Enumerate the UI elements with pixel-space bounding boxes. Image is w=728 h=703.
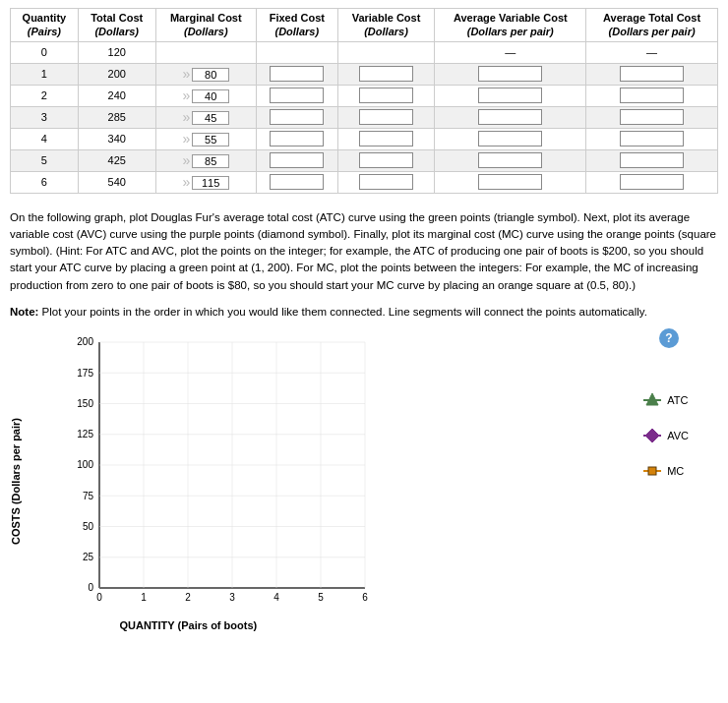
cell-atc-6[interactable] (586, 171, 718, 193)
cell-avc-1[interactable] (435, 63, 586, 85)
cell-qty-2: 2 (11, 85, 79, 106)
atc-label: ATC (667, 394, 688, 406)
input-fc-6[interactable] (270, 174, 324, 190)
mc-label: MC (667, 465, 684, 477)
svg-text:25: 25 (83, 552, 94, 562)
input-avc-3[interactable] (478, 109, 542, 125)
col-header-avc: Average Variable Cost(Dollars per pair) (435, 9, 586, 42)
y-axis-label: COSTS (Dollars per pair) (10, 344, 24, 619)
cell-tc-5: 425 (78, 149, 155, 171)
col-header-vc: Variable Cost(Dollars) (337, 9, 435, 42)
input-avc-6[interactable] (478, 174, 542, 190)
chart-svg[interactable]: 0 25 50 75 100 125 150 175 200 (26, 332, 390, 617)
input-fc-2[interactable] (270, 88, 324, 103)
question-icon[interactable]: ? (659, 328, 679, 348)
input-vc-4[interactable] (359, 131, 413, 146)
cell-fc-1[interactable] (256, 63, 337, 85)
input-vc-1[interactable] (359, 66, 413, 82)
cell-vc-3[interactable] (337, 106, 435, 128)
cell-mc-6: »115 (155, 171, 256, 193)
col-header-atc: Average Total Cost(Dollars per pair) (586, 9, 718, 42)
input-vc-6[interactable] (359, 174, 413, 190)
cell-avc-3[interactable] (435, 106, 586, 128)
svg-text:0: 0 (97, 592, 103, 603)
input-atc-1[interactable] (620, 66, 684, 82)
input-vc-5[interactable] (359, 152, 413, 168)
cell-atc-0[interactable]: — (586, 41, 718, 63)
mc-symbol (641, 462, 663, 480)
cell-fc-0[interactable] (256, 41, 337, 63)
cell-fc-4[interactable] (256, 128, 337, 149)
input-avc-1[interactable] (478, 66, 542, 82)
atc-symbol (641, 391, 663, 409)
cell-qty-3: 3 (11, 106, 79, 128)
cell-atc-5[interactable] (586, 149, 718, 171)
cell-vc-0[interactable] (337, 41, 435, 63)
cell-vc-6[interactable] (337, 171, 435, 193)
cell-atc-1[interactable] (586, 63, 718, 85)
cell-vc-5[interactable] (337, 149, 435, 171)
table-row: 1200»80 (11, 63, 718, 85)
input-avc-2[interactable] (478, 88, 542, 103)
cell-atc-2[interactable] (586, 85, 718, 106)
svg-text:4: 4 (274, 592, 280, 603)
svg-text:0: 0 (89, 582, 94, 593)
cell-qty-4: 4 (11, 128, 79, 149)
col-header-qty: Quantity(Pairs) (11, 9, 79, 42)
cell-avc-4[interactable] (435, 128, 586, 149)
cell-qty-5: 5 (11, 149, 79, 171)
legend-mc: MC (641, 462, 689, 480)
cell-atc-4[interactable] (586, 128, 718, 149)
graph-wrapper: COSTS (Dollars per pair) 0 25 50 75 (10, 332, 698, 631)
svg-marker-37 (645, 429, 659, 442)
table-row: 6540»115 (11, 171, 718, 193)
svg-rect-39 (648, 467, 656, 475)
svg-text:5: 5 (319, 592, 325, 603)
table-row: 5425»85 (11, 149, 718, 171)
input-avc-4[interactable] (478, 131, 542, 146)
cell-tc-0: 120 (78, 41, 155, 63)
cell-vc-2[interactable] (337, 85, 435, 106)
cell-tc-1: 200 (78, 63, 155, 85)
cell-avc-6[interactable] (435, 171, 586, 193)
cell-fc-2[interactable] (256, 85, 337, 106)
svg-text:125: 125 (78, 429, 94, 439)
cell-atc-3[interactable] (586, 106, 718, 128)
cell-qty-1: 1 (11, 63, 79, 85)
graph-area: 0 25 50 75 100 125 150 175 200 (26, 332, 641, 631)
table-row: 0120—— (11, 41, 718, 63)
input-atc-5[interactable] (620, 152, 684, 168)
svg-text:200: 200 (78, 336, 94, 347)
input-atc-2[interactable] (620, 88, 684, 103)
cell-avc-0[interactable]: — (435, 41, 586, 63)
input-vc-3[interactable] (359, 109, 413, 125)
svg-text:2: 2 (186, 592, 192, 603)
avc-label: AVC (667, 430, 689, 441)
cell-avc-2[interactable] (435, 85, 586, 106)
input-atc-6[interactable] (620, 174, 684, 190)
cell-fc-6[interactable] (256, 171, 337, 193)
cell-mc-3: »45 (155, 106, 256, 128)
cell-vc-4[interactable] (337, 128, 435, 149)
input-vc-2[interactable] (359, 88, 413, 103)
svg-text:1: 1 (142, 592, 148, 603)
input-avc-5[interactable] (478, 152, 542, 168)
svg-text:50: 50 (83, 521, 94, 532)
avc-symbol (641, 427, 663, 444)
input-fc-4[interactable] (270, 131, 324, 146)
cell-mc-1: »80 (155, 63, 256, 85)
input-atc-4[interactable] (620, 131, 684, 146)
cell-fc-3[interactable] (256, 106, 337, 128)
col-header-fc: Fixed Cost(Dollars) (256, 9, 337, 42)
cell-qty-0: 0 (11, 41, 79, 63)
cell-avc-5[interactable] (435, 149, 586, 171)
input-fc-5[interactable] (270, 152, 324, 168)
cell-vc-1[interactable] (337, 63, 435, 85)
cell-tc-6: 540 (78, 171, 155, 193)
input-fc-1[interactable] (270, 66, 324, 82)
input-fc-3[interactable] (270, 109, 324, 125)
svg-text:175: 175 (78, 368, 94, 379)
cell-tc-3: 285 (78, 106, 155, 128)
input-atc-3[interactable] (620, 109, 684, 125)
cell-fc-5[interactable] (256, 149, 337, 171)
